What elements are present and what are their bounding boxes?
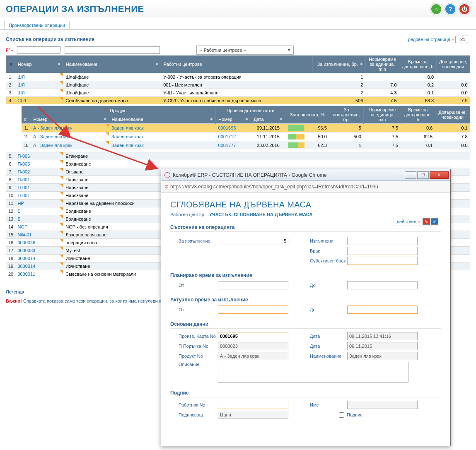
cell-number[interactable]: 0000046 bbox=[15, 239, 63, 247]
work-center-label: Работен център: bbox=[170, 212, 205, 217]
col-qty[interactable]: За изпълнение, бр.◆ bbox=[312, 55, 365, 73]
filter-number-input[interactable] bbox=[17, 46, 60, 54]
table-row[interactable]: 1. А - Заден ляв крак Заден ляв крак 000… bbox=[22, 124, 470, 132]
nested-col-idx[interactable]: # bbox=[22, 115, 31, 123]
filter-work-center-select[interactable]: -- Работни центрове -- ▼ bbox=[196, 46, 294, 55]
cell-card-no[interactable]: 0001695 bbox=[216, 124, 251, 132]
worker-no-input[interactable] bbox=[218, 401, 288, 409]
actual-to-input[interactable] bbox=[347, 306, 418, 314]
actual-from-input[interactable] bbox=[218, 306, 288, 314]
nested-col-pct[interactable]: Завършеност, % bbox=[285, 106, 329, 124]
cell-ft: 0.1 bbox=[399, 89, 436, 97]
rows-per-page-input[interactable] bbox=[455, 36, 470, 43]
to-exec-label: За изпълнение bbox=[179, 238, 218, 243]
cell-name: Шлайфане bbox=[63, 89, 161, 97]
nested-col-qty[interactable]: За изпълнение, бр. bbox=[329, 106, 364, 124]
cell-number[interactable]: ШЛ bbox=[15, 73, 63, 81]
table-row[interactable]: 3. ШЛ Шлайфане У-Ш - Участък- шлайфане 2… bbox=[6, 89, 470, 97]
table-row[interactable]: 1. ШЛ Шлайфане У-002 - Участък за вторат… bbox=[6, 73, 470, 81]
nested-col-md[interactable]: Довършване, човекодни bbox=[435, 106, 470, 124]
cell-number[interactable]: П-001 bbox=[15, 192, 63, 200]
cell-number[interactable]: NOP bbox=[15, 223, 63, 231]
table-row[interactable]: 4. СГЛ Сглобяване на дървена маса У-СГЛ … bbox=[6, 97, 470, 105]
description-input[interactable] bbox=[218, 362, 408, 383]
nested-col-number[interactable]: Номер◆ bbox=[31, 115, 109, 123]
cell-number[interactable]: СГЛ bbox=[15, 97, 63, 105]
action-cancel-icon[interactable]: ✎ bbox=[423, 218, 430, 225]
table-row[interactable]: 3. А - Заден ляв крак Заден ляв крак 000… bbox=[22, 141, 470, 150]
cell-prod-no[interactable]: А - Заден ляв крак bbox=[31, 141, 109, 150]
done-input[interactable] bbox=[347, 237, 418, 245]
table-row[interactable]: 6. П-005 Боядисване bbox=[6, 160, 470, 168]
nested-col-name[interactable]: Наименование◆ bbox=[109, 115, 216, 123]
cell-number[interactable]: 0000014 bbox=[15, 255, 63, 262]
col-number[interactable]: Номер◆ bbox=[15, 55, 63, 73]
cell-number[interactable]: П-001 bbox=[15, 184, 63, 192]
cell-number[interactable]: 0000033 bbox=[15, 247, 63, 255]
close-button[interactable]: ✕ bbox=[430, 171, 449, 179]
cell-prod-name[interactable]: Заден ляв крак bbox=[109, 141, 216, 150]
sign-checkbox[interactable] bbox=[339, 412, 344, 418]
nested-col-date[interactable]: Дата◆ bbox=[251, 115, 285, 123]
cell-number[interactable]: 0000011 bbox=[15, 270, 63, 278]
cell-card-no[interactable]: 0001712 bbox=[216, 132, 251, 141]
power-icon[interactable]: ⏻ bbox=[459, 3, 470, 15]
cell-idx: 1. bbox=[6, 73, 15, 81]
cell-number[interactable]: ШЛ bbox=[15, 89, 63, 97]
col-norm-time[interactable]: Нормовреме за единица, min bbox=[365, 55, 399, 73]
cell-number[interactable]: П-006 bbox=[15, 152, 63, 160]
to-exec-input[interactable] bbox=[218, 237, 288, 245]
action-link[interactable]: действие » bbox=[396, 219, 420, 224]
cell-wc: У-002 - Участък за втората операция bbox=[161, 73, 312, 81]
action-confirm-icon[interactable]: ✔ bbox=[431, 218, 438, 225]
planned-from-input[interactable] bbox=[218, 281, 288, 289]
col-index[interactable]: # bbox=[6, 55, 15, 73]
order-no-input bbox=[218, 342, 288, 350]
cell-number[interactable]: Б bbox=[15, 207, 63, 215]
cell-idx: 3. bbox=[22, 141, 31, 150]
nested-col-norm[interactable]: Нормовреме за единица, min bbox=[364, 106, 401, 124]
nested-col-card-no[interactable]: Номер◆ bbox=[216, 115, 251, 123]
note-strong: Важно! bbox=[6, 298, 22, 303]
card-date-label: Дата bbox=[310, 334, 347, 339]
cell-norm: 7.5 bbox=[364, 132, 401, 141]
cell-number[interactable]: ШЛ bbox=[15, 81, 63, 89]
cell-norm: 7.5 bbox=[365, 97, 399, 105]
table-row[interactable]: 5. П-006 Етикиране bbox=[6, 152, 470, 160]
table-row[interactable]: 2. А - Заден ляв крак Заден ляв крак 000… bbox=[22, 132, 470, 141]
cell-prod-name[interactable]: Заден ляв крак bbox=[109, 124, 216, 132]
tab-production-operations[interactable]: Производствени операции bbox=[4, 21, 70, 29]
cell-number[interactable]: НР bbox=[15, 200, 63, 207]
cell-prod-no[interactable]: А - Заден ляв крак bbox=[31, 124, 109, 132]
col-finish-time[interactable]: Време за довършване, h bbox=[399, 55, 436, 73]
cell-idx: 1. bbox=[22, 124, 31, 132]
cell-number[interactable]: П-001 bbox=[15, 176, 63, 184]
cell-number[interactable]: Б bbox=[15, 215, 63, 223]
col-name[interactable]: Наименование◆ bbox=[63, 55, 161, 73]
cell-name: Шлайфане bbox=[63, 81, 161, 89]
nested-col-ft[interactable]: Време за довършване, h bbox=[401, 106, 435, 124]
cell-idx: 2. bbox=[6, 81, 15, 89]
home-icon[interactable]: ⌂ bbox=[430, 3, 442, 15]
col-work-centers[interactable]: Работни центрове bbox=[161, 55, 312, 73]
filter-name-input[interactable] bbox=[65, 46, 160, 54]
planned-to-input[interactable] bbox=[347, 281, 418, 289]
card-no-input[interactable] bbox=[218, 332, 288, 340]
cell-prod-name[interactable]: Заден ляв крак bbox=[109, 132, 216, 141]
table-row[interactable]: 2. ШЛ Шлайфане 001 - Цех метален 2 7.0 0… bbox=[6, 81, 470, 89]
cell-number[interactable]: 0000014 bbox=[15, 262, 63, 270]
maximize-button[interactable]: ☐ bbox=[417, 171, 429, 179]
cell-number[interactable]: П-005 bbox=[15, 160, 63, 168]
cell-number[interactable]: П-002 bbox=[15, 168, 63, 176]
cell-card-no[interactable]: 0001777 bbox=[216, 141, 251, 150]
minimize-button[interactable]: ─ bbox=[405, 171, 416, 179]
cell-prod-no[interactable]: А - Заден ляв крак bbox=[31, 132, 109, 141]
cell-number[interactable]: Niki-01 bbox=[15, 231, 63, 239]
subj-scrap-input[interactable] bbox=[347, 257, 418, 265]
popup-url: ://dev3.edabg.com/erp/modules/bon/oper_t… bbox=[182, 184, 378, 190]
nested-col-cards: Производствени карти bbox=[216, 106, 285, 115]
product-name-label: Наименование bbox=[310, 354, 347, 359]
col-finish-md[interactable]: Довършване, човекодни bbox=[436, 55, 470, 73]
help-icon[interactable]: ? bbox=[445, 3, 456, 15]
scrap-input[interactable] bbox=[347, 247, 418, 255]
